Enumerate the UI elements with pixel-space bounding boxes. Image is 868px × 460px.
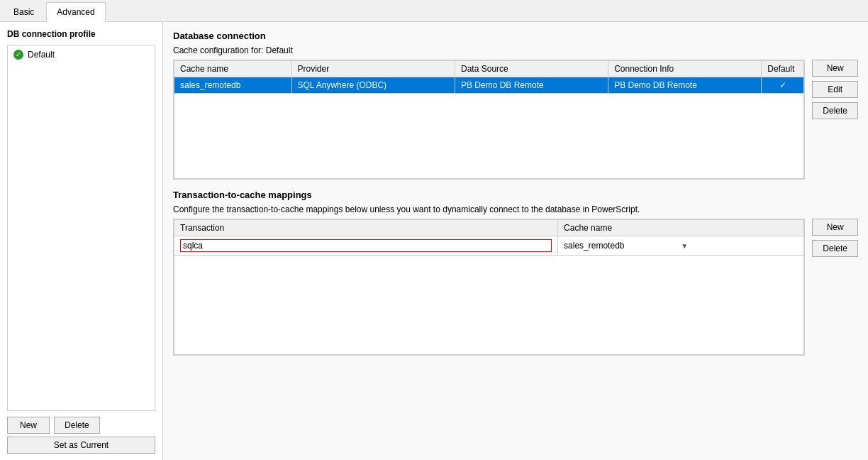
col-transaction: Transaction (174, 220, 558, 236)
right-panel: Database connection Cache configuration … (163, 22, 868, 460)
transaction-new-button[interactable]: New (812, 219, 858, 236)
db-connection-table-container: Cache name Provider Data Source Connecti… (173, 60, 805, 180)
db-new-button[interactable]: New (812, 60, 858, 77)
set-as-current-button[interactable]: Set as Current (7, 437, 155, 454)
transaction-table-wrapper: Transaction Cache name (173, 219, 805, 356)
transaction-content: Transaction Cache name (173, 219, 858, 356)
profile-item[interactable]: Default (11, 48, 152, 61)
col-data-source: Data Source (455, 61, 608, 77)
chevron-down-icon: ▼ (681, 242, 798, 250)
transaction-input[interactable] (180, 239, 552, 252)
db-edit-button[interactable]: Edit (812, 81, 858, 98)
db-connection-content: Cache name Provider Data Source Connecti… (173, 60, 858, 180)
cache-name-select[interactable]: sales_remotedb ▼ (564, 241, 798, 251)
tab-advanced[interactable]: Advanced (46, 2, 105, 22)
cache-name-value: sales_remotedb (564, 241, 681, 251)
col-cache-name: Cache name (174, 61, 292, 77)
cell-default: ✓ (762, 77, 804, 94)
transaction-header-row: Transaction Cache name (174, 220, 804, 236)
col-provider: Provider (291, 61, 455, 77)
tabs-bar: Basic Advanced (0, 0, 868, 22)
profile-delete-button[interactable]: Delete (54, 417, 100, 434)
transaction-side-buttons: New Delete (812, 219, 858, 257)
tab-basic[interactable]: Basic (3, 2, 45, 21)
db-connection-title: Database connection (173, 31, 858, 41)
left-btn-row: New Delete (7, 417, 155, 434)
left-panel: DB connection profile Default New Delete… (0, 22, 163, 460)
left-buttons: New Delete Set as Current (7, 417, 155, 454)
table-row[interactable]: sales_remotedb ▼ (174, 236, 804, 256)
db-connection-table: Cache name Provider Data Source Connecti… (174, 60, 804, 179)
transaction-table-container: Transaction Cache name (173, 219, 805, 356)
profile-active-icon (13, 50, 23, 60)
db-connection-profile-title: DB connection profile (7, 29, 155, 39)
transaction-table: Transaction Cache name (174, 219, 804, 355)
transaction-section-title: Transaction-to-cache mappings (173, 190, 858, 200)
cell-provider: SQL Anywhere (ODBC) (291, 77, 455, 94)
db-delete-button[interactable]: Delete (812, 102, 858, 119)
db-connection-section: Database connection Cache configuration … (173, 31, 858, 180)
table-row[interactable]: sales_remotedb SQL Anywhere (ODBC) PB De… (174, 77, 804, 94)
cell-connection-info: PB Demo DB Remote (608, 77, 762, 94)
db-connection-subtitle: Cache configuration for: Default (173, 45, 858, 55)
cell-data-source: PB Demo DB Remote (455, 77, 608, 94)
profile-list: Default (7, 45, 155, 411)
db-connection-table-wrapper: Cache name Provider Data Source Connecti… (173, 60, 805, 180)
table-header-row: Cache name Provider Data Source Connecti… (174, 61, 804, 77)
profile-new-button[interactable]: New (7, 417, 50, 434)
cell-cache-name: sales_remotedb (174, 77, 292, 94)
col-default: Default (762, 61, 804, 77)
col-cache-name-2: Cache name (558, 220, 804, 236)
transaction-section-subtitle: Configure the transaction-to-cache mappi… (173, 204, 858, 214)
profile-name: Default (28, 50, 55, 60)
cell-transaction[interactable] (174, 236, 558, 256)
transaction-delete-button[interactable]: Delete (812, 240, 858, 257)
cell-cache-name-value[interactable]: sales_remotedb ▼ (558, 236, 804, 256)
col-connection-info: Connection Info (608, 61, 762, 77)
main-container: DB connection profile Default New Delete… (0, 22, 868, 460)
transaction-section: Transaction-to-cache mappings Configure … (173, 190, 858, 356)
db-connection-side-buttons: New Edit Delete (812, 60, 858, 119)
